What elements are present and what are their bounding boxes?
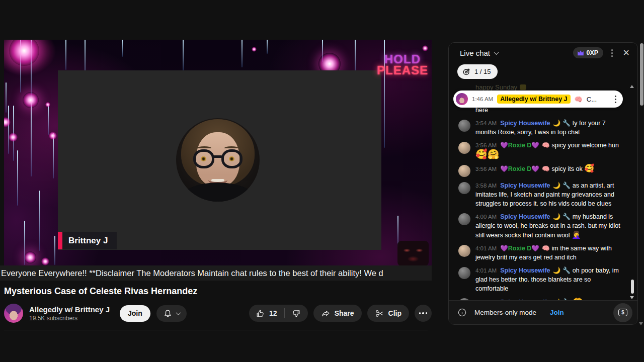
chat-message: 3:56 AM💜Roxie D💜🧠spicy your welcome hun … xyxy=(458,141,624,160)
avatar[interactable] xyxy=(458,165,470,177)
message-timestamp: 3:54 AM xyxy=(475,120,497,126)
light-streak-icon xyxy=(183,40,184,71)
chat-message-area[interactable]: happy Sunday 1:46 AM Allegedly w/ Brittn… xyxy=(449,83,637,300)
avatar[interactable] xyxy=(458,213,470,225)
pinned-message[interactable]: 1:46 AM Allegedly w/ Brittney J 🧠 C... xyxy=(453,90,623,108)
message-timestamp: 4:01 AM xyxy=(475,245,497,251)
avatar[interactable] xyxy=(458,120,470,132)
section-divider xyxy=(4,330,428,330)
message-text: 🫶 xyxy=(573,297,583,300)
avatar[interactable] xyxy=(458,142,470,154)
video-player[interactable]: HOLD PLEASE Brittney J xyxy=(4,40,432,265)
chat-menu-button[interactable] xyxy=(610,48,614,58)
glow-orb xyxy=(49,132,57,140)
faded-message: happy Sunday xyxy=(475,83,526,91)
lower-third-nametag: Brittney J xyxy=(58,232,117,249)
glow-orb xyxy=(4,117,11,127)
chat-author-name[interactable]: Spicy Housewife xyxy=(500,213,550,220)
member-badge-icon: 🔧 xyxy=(562,213,571,220)
light-streak-icon xyxy=(17,150,18,206)
chat-scrollbar-thumb[interactable] xyxy=(631,280,634,294)
info-icon xyxy=(457,308,467,317)
like-button[interactable]: 12 xyxy=(249,305,284,322)
chat-author-name[interactable]: 💜Roxie D💜 xyxy=(500,142,539,149)
channel-avatar[interactable] xyxy=(4,304,23,323)
member-badge-icon: 🧠 xyxy=(575,96,583,103)
close-icon[interactable]: × xyxy=(621,47,631,58)
glow-orb xyxy=(9,133,18,142)
glow-orb xyxy=(23,92,39,108)
more-actions-button[interactable] xyxy=(415,305,432,322)
bell-icon xyxy=(163,309,173,318)
message-timestamp: 4:00 AM xyxy=(475,214,497,220)
hold-please-overlay: HOLD PLEASE xyxy=(374,54,431,76)
member-badge-icon: 🧠 xyxy=(542,165,550,172)
faded-emoji xyxy=(520,84,526,90)
glow-orb xyxy=(252,47,257,52)
member-badge-icon: 🔧 xyxy=(562,299,571,300)
member-badge-icon: 🔧 xyxy=(562,120,571,127)
chat-author-name[interactable]: 💜Roxie D💜 xyxy=(500,245,539,252)
chat-message: 3:58 AMSpicy Housewife🌙🔧as an artist, ar… xyxy=(458,181,624,208)
owner-name-badge[interactable]: Allegedly w/ Brittney J xyxy=(497,95,570,104)
chat-author-name[interactable]: Spicy Housewife xyxy=(500,182,550,189)
light-streak-icon xyxy=(54,236,55,265)
light-streak-icon xyxy=(53,133,54,178)
superchat-button[interactable]: $ xyxy=(613,303,632,322)
message-timestamp: 4:03 AM xyxy=(475,299,497,300)
avatar xyxy=(456,93,468,105)
message-timestamp: 4:01 AM xyxy=(475,267,497,274)
dollar-icon: $ xyxy=(618,309,627,316)
chat-author-name[interactable]: Spicy Housewife xyxy=(500,120,550,127)
chat-header: Live chat 0XP × xyxy=(449,43,637,62)
chat-scroll-up-icon[interactable] xyxy=(630,85,634,88)
window-scroll-down-icon[interactable] xyxy=(639,322,643,325)
chat-author-name[interactable]: 💜Roxie D💜 xyxy=(500,165,539,172)
chat-message: 4:03 AMSpicy Housewife🌙🔧🫶 xyxy=(458,297,624,300)
live-chat-title: Live chat xyxy=(460,49,490,57)
window-scrollbar-thumb[interactable] xyxy=(640,43,643,106)
target-icon xyxy=(462,67,471,76)
light-streak-icon xyxy=(267,40,268,54)
nametag-label: Brittney J xyxy=(62,232,117,249)
member-badge-icon: 🌙 xyxy=(553,213,561,220)
glow-orb xyxy=(9,40,39,66)
member-badge-icon: 🔧 xyxy=(562,267,571,274)
share-icon xyxy=(321,309,331,318)
chevron-down-icon xyxy=(176,310,181,315)
message-timestamp: 3:56 AM xyxy=(475,166,497,172)
live-chat-dropdown[interactable]: Live chat xyxy=(460,49,498,57)
dislike-button[interactable] xyxy=(285,305,308,322)
join-button[interactable]: Join xyxy=(120,305,150,322)
avatar[interactable] xyxy=(458,298,470,300)
avatar[interactable] xyxy=(458,182,470,194)
member-badge-icon: 🧠 xyxy=(542,245,550,252)
members-join-link[interactable]: Join xyxy=(550,309,564,316)
notification-bell-button[interactable] xyxy=(156,305,187,322)
quest-progress-pill[interactable]: 1 / 15 xyxy=(457,64,498,79)
share-label: Share xyxy=(335,309,354,317)
scrolling-ticker: Everyone Everywhere!! **Disclaimer The M… xyxy=(0,265,432,281)
xp-badge[interactable]: 0XP xyxy=(573,47,604,58)
chat-author-name[interactable]: Spicy Housewife xyxy=(500,299,550,300)
channel-name[interactable]: Allegedly w/ Brittney J xyxy=(29,305,114,314)
eye xyxy=(229,156,234,161)
chat-message: 4:01 AM💜Roxie D💜🧠im the same way with je… xyxy=(458,244,624,262)
share-button[interactable]: Share xyxy=(313,305,362,322)
message-text: spicy its ok xyxy=(552,165,585,172)
scissors-icon xyxy=(375,309,384,318)
live-chat-panel: Live chat 0XP × 1 / 15 xyxy=(448,42,638,325)
light-streak-icon xyxy=(242,40,243,67)
avatar[interactable] xyxy=(458,245,470,257)
members-only-bar: Members-only mode Join $ xyxy=(449,300,637,324)
chat-scroll-down-icon[interactable] xyxy=(630,296,634,299)
light-streak-icon xyxy=(39,191,40,251)
light-streak-icon xyxy=(6,82,7,113)
clip-button[interactable]: Clip xyxy=(367,305,409,322)
message-timestamp: 3:56 AM xyxy=(475,142,497,148)
light-streak-icon xyxy=(48,105,49,135)
avatar[interactable] xyxy=(458,267,470,279)
glow-orb xyxy=(41,257,49,265)
chat-author-name[interactable]: Spicy Housewife xyxy=(500,267,550,274)
pinned-menu-button[interactable] xyxy=(613,95,618,104)
